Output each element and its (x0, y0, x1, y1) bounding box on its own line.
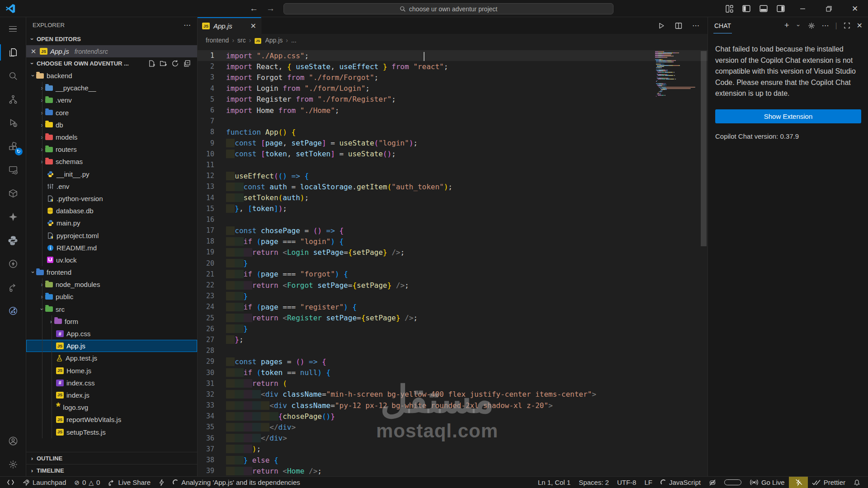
tree-item-database-db[interactable]: database.db (26, 205, 197, 217)
command-center-search[interactable]: choose ur own adventur project (283, 3, 613, 14)
code-line[interactable]: 34 {chosePage()} (198, 411, 708, 422)
activity-remote-explorer[interactable] (0, 158, 26, 182)
customize-layout-icon[interactable] (721, 0, 738, 17)
activity-thunder-client[interactable] (0, 252, 26, 276)
code-line[interactable]: 24 if (page === "register") { (198, 301, 708, 312)
status-problems[interactable]: ⊘0△0 (70, 477, 104, 488)
breadcrumb-item[interactable]: src (237, 37, 246, 44)
new-chat-icon[interactable]: + (784, 21, 789, 30)
code-line[interactable]: 28 (198, 345, 708, 356)
status-prettier[interactable]: Prettier (808, 477, 849, 488)
code-line[interactable]: 11 (198, 160, 708, 170)
code-line[interactable]: 9 const [page, setPage] = useState("logi… (198, 138, 708, 149)
status-copilot-status[interactable] (705, 477, 720, 488)
status-encoding[interactable]: UTF-8 (613, 477, 641, 488)
code-line[interactable]: 20 } (198, 258, 708, 269)
close-editor-icon[interactable]: ✕ (30, 47, 37, 56)
maximize-panel-icon[interactable] (844, 22, 850, 29)
tree-item--pycache-[interactable]: ›__pycache__ (26, 82, 197, 94)
tree-item-uv-lock[interactable]: uv.lock (26, 254, 197, 266)
activity-accounts[interactable] (0, 429, 26, 453)
code-line[interactable]: 21 if (page === "forgot") { (198, 269, 708, 280)
tree-item-schemas[interactable]: ›schemas (26, 155, 197, 168)
code-line[interactable]: 4import Login from "./form/Login"; (198, 83, 708, 94)
code-line[interactable]: 1import "./App.css"; (198, 50, 708, 61)
tree-item-pyproject-toml[interactable]: pyproject.toml (26, 229, 197, 241)
chat-tab[interactable]: CHAT (713, 18, 732, 33)
activity-settings[interactable] (0, 453, 26, 476)
code-line[interactable]: 18 if (page === "login") { (198, 236, 708, 247)
activity-live-share[interactable] (0, 276, 26, 299)
split-editor-icon[interactable] (675, 22, 682, 29)
status-task-progress[interactable]: Analyzing 'App.js' and its dependencies (169, 477, 304, 488)
tree-item--venv[interactable]: ›.venv (26, 94, 197, 106)
project-root-header[interactable]: › CHOOSE UR OWN ADVENTUR ... (26, 57, 197, 70)
code-line[interactable]: 14 setToken(auth); (198, 192, 708, 203)
breadcrumb-item[interactable]: frontend (206, 37, 229, 44)
breadcrumb-item[interactable]: ... (291, 37, 297, 44)
code-line[interactable]: 22 return <Forgot setPage={setPage} />; (198, 280, 708, 291)
code-line[interactable]: 5import Register from "./form/Register"; (198, 94, 708, 105)
activity-containers[interactable] (0, 182, 26, 205)
close-window-button[interactable]: ✕ (842, 0, 868, 17)
activity-python[interactable] (0, 229, 26, 252)
toggle-sidebar-icon[interactable] (738, 0, 755, 17)
tree-item-backend[interactable]: ›backend (26, 70, 197, 82)
activity-copilot[interactable] (0, 205, 26, 229)
status-flash[interactable] (155, 477, 169, 488)
status-eol-sequence[interactable]: LF (640, 477, 656, 488)
code-line[interactable]: 3import Forgot from "./form/Forgot"; (198, 72, 708, 83)
editor-scrollbar[interactable] (701, 51, 707, 246)
tree-item--env[interactable]: .env (26, 180, 197, 192)
refresh-icon[interactable] (171, 60, 179, 67)
run-button[interactable] (658, 22, 665, 29)
tree-item-frontend[interactable]: ›frontend (26, 266, 197, 278)
tree-item-db[interactable]: ›db (26, 119, 197, 131)
tree-item--init-py[interactable]: __init__.py (26, 168, 197, 180)
code-line[interactable]: 31 return ( (198, 378, 708, 389)
status-progress-pill[interactable] (720, 477, 745, 488)
code-line[interactable]: 2import React, { useState, useEffect } f… (198, 61, 708, 72)
activity-source-control[interactable] (0, 88, 26, 111)
toggle-panel-icon[interactable] (755, 0, 772, 17)
code-line[interactable]: 19 return <Login setPage={setPage} />; (198, 247, 708, 258)
activity-menu[interactable] (0, 17, 26, 41)
status-language-mode[interactable]: JavaScript (656, 477, 705, 488)
code-line[interactable]: 38 } else { (198, 455, 708, 465)
tree-item-src[interactable]: ›src (26, 303, 197, 315)
code-line[interactable]: 29 const pages = () => { (198, 356, 708, 367)
tree-item-readme-md[interactable]: README.md (26, 242, 197, 254)
status-launchpad[interactable]: Launchpad (19, 477, 70, 488)
new-file-icon[interactable] (148, 60, 156, 67)
show-extension-button[interactable]: Show Extension (715, 109, 861, 123)
nav-forward-icon[interactable]: → (266, 4, 275, 14)
tree-item-models[interactable]: ›models (26, 131, 197, 143)
status-live-share[interactable]: Live Share (104, 477, 155, 488)
code-line[interactable]: 7 (198, 116, 708, 127)
code-area[interactable]: 1import "./App.css";2import React, { use… (198, 47, 708, 476)
code-line[interactable]: 26 } (198, 324, 708, 334)
toggle-secondary-sidebar-icon[interactable] (772, 0, 789, 17)
breadcrumb-item[interactable]: App.js (265, 37, 283, 44)
code-line[interactable]: 13 const auth = localStorage.getItem("au… (198, 181, 708, 192)
code-line[interactable]: 16 (198, 214, 708, 225)
code-line[interactable]: 8function App() { (198, 127, 708, 137)
code-line[interactable]: 39 return <Home />; (198, 465, 708, 476)
code-line[interactable]: 6import Home from "./Home"; (198, 105, 708, 116)
status-notifications[interactable] (849, 477, 864, 488)
code-line[interactable]: 25 return <Register setPage={setPage} />… (198, 313, 708, 324)
new-folder-icon[interactable] (160, 60, 167, 67)
code-line[interactable]: 30 if (token == null) { (198, 367, 708, 378)
activity-search[interactable] (0, 64, 26, 88)
tree-item-main-py[interactable]: main.py (26, 217, 197, 229)
activity-git-graph[interactable] (0, 299, 26, 323)
code-line[interactable]: 23 } (198, 291, 708, 301)
open-editor-item[interactable]: ✕ JS App.js frontend\src (26, 45, 197, 57)
gear-icon[interactable] (808, 22, 815, 29)
status-console-ninja[interactable] (789, 477, 808, 488)
code-line[interactable]: 35 </div> (198, 422, 708, 432)
code-line[interactable]: 37 ); (198, 444, 708, 455)
code-line[interactable]: 36 </div> (198, 433, 708, 444)
tree-item-node-modules[interactable]: ›node_modules (26, 278, 197, 291)
code-line[interactable]: 27 }; (198, 334, 708, 345)
